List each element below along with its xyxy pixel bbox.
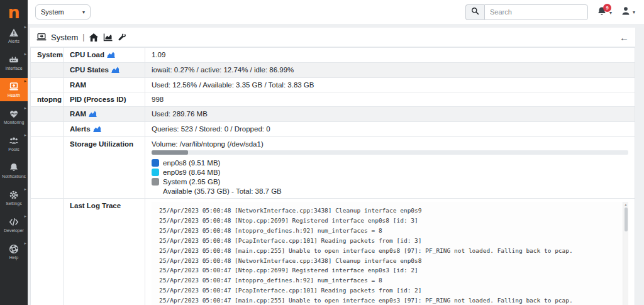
sidebar-item-label: Pools: [8, 147, 19, 152]
row-label-text: Last Log Trace: [70, 202, 121, 209]
table-row: Last Log Trace 25/Apr/2023 05:00:48 [Net…: [31, 199, 635, 305]
search-input[interactable]: [484, 4, 588, 20]
legend-label: enp0s9 (8.64 MB): [163, 169, 220, 176]
system-view-icon: [36, 33, 47, 42]
row-label: PID (Process ID): [64, 92, 145, 107]
health-table-body: SystemCPU Load1.09CPU Statesiowait: 0.27…: [31, 48, 635, 305]
home-icon[interactable]: [89, 33, 99, 42]
storage-legend-item: System (2.95 GB): [152, 178, 628, 186]
main-content: System | ← SystemCPU Load1.09CPU Statesi…: [30, 28, 635, 305]
chevron-right-icon: ▸: [24, 25, 26, 29]
sidebar-item-pools[interactable]: Pools▸: [0, 132, 28, 155]
chart-area-link-icon[interactable]: [107, 51, 115, 59]
search-button[interactable]: [465, 4, 484, 20]
chevron-right-icon: ▸: [24, 214, 26, 218]
row-label: Last Log Trace: [64, 199, 145, 305]
row-value: Volume: /var/lib/ntopng (/dev/sda1) enp0…: [145, 137, 635, 199]
table-row: ntopngPID (Process ID)998: [31, 92, 635, 107]
log-line: 25/Apr/2023 05:00:47 [Ntop.cpp:2699] Reg…: [159, 265, 619, 275]
chart-area-icon[interactable]: [103, 33, 113, 42]
log-line: 25/Apr/2023 05:00:47 [PcapInterface.cpp:…: [159, 286, 619, 296]
row-value: Used: 289.76 MB: [145, 107, 635, 122]
section-header: System: [31, 48, 64, 63]
storage-utilization: Volume: /var/lib/ntopng (/dev/sda1) enp0…: [152, 140, 628, 195]
page-title: System: [51, 33, 78, 42]
table-row: Storage Utilization Volume: /var/lib/nto…: [31, 137, 635, 199]
sidebar-item-label: Notifications: [2, 174, 26, 179]
row-label: CPU Load: [64, 48, 145, 63]
section-header: [31, 122, 64, 137]
chevron-right-icon: ▸: [24, 79, 26, 83]
ntopng-logo[interactable]: n: [0, 0, 28, 24]
heart-icon: [9, 109, 19, 119]
storage-progress-bar: [152, 150, 628, 155]
sidebar-item-label: Monitoring: [4, 120, 25, 125]
sidebar-nav: Alerts▸Interface▸Health▸Monitoring▸Pools…: [0, 24, 28, 267]
breadcrumb: System | ←: [30, 28, 635, 47]
row-label: CPU States: [64, 63, 145, 78]
log-line: 25/Apr/2023 05:00:47 [ntoppro_defines.h:…: [159, 275, 619, 286]
sidebar-item-developer[interactable]: Developer▸: [0, 213, 28, 236]
storage-progress-fill: [152, 150, 188, 155]
search-group: [465, 4, 588, 20]
sidebar-item-interface[interactable]: Interface▸: [0, 51, 28, 74]
chevron-right-icon: ▸: [24, 241, 26, 245]
sidebar-item-label: Developer: [4, 228, 24, 233]
row-label: Storage Utilization: [64, 137, 145, 199]
log-line: 25/Apr/2023 05:00:48 [PcapInterface.cpp:…: [159, 236, 619, 246]
sidebar-item-label: Alerts: [8, 39, 19, 43]
chart-area-link-icon[interactable]: [93, 125, 101, 133]
chevron-down-icon: ▾: [82, 9, 85, 15]
sidebar-item-monitoring[interactable]: Monitoring▸: [0, 105, 28, 128]
section-header: [31, 199, 64, 305]
chart-area-link-icon[interactable]: [111, 66, 119, 74]
interface-selector[interactable]: System ▾: [35, 4, 91, 19]
row-value: 1.09: [145, 48, 635, 63]
section-header: [31, 63, 64, 78]
log-scrollbar[interactable]: ▲ ▼: [623, 202, 628, 305]
section-header: [31, 78, 64, 92]
breadcrumb-separator: |: [82, 33, 84, 42]
scrollbar-thumb[interactable]: [625, 208, 628, 231]
log-line: 25/Apr/2023 05:00:48 [main.cpp:255] Unab…: [159, 246, 619, 256]
table-row: AlertsQueries: 523 / Stored: 0 / Dropped…: [31, 122, 635, 137]
row-label-text: PID (Process ID): [70, 96, 126, 103]
chevron-right-icon: ▸: [24, 106, 26, 110]
code-icon: [9, 217, 19, 227]
chevron-right-icon: ▸: [24, 133, 26, 137]
log-line: 25/Apr/2023 05:00:48 [NetworkInterface.c…: [159, 256, 619, 266]
sidebar-item-label: Interface: [5, 66, 22, 70]
user-icon: [621, 6, 631, 19]
sidebar-item-label: Help: [9, 255, 18, 260]
row-label: Alerts: [64, 122, 145, 137]
row-value: 25/Apr/2023 05:00:48 [NetworkInterface.c…: [145, 199, 635, 305]
back-arrow[interactable]: ←: [619, 32, 629, 43]
warning-triangle-icon: [9, 28, 19, 38]
notification-badge: 9: [603, 4, 611, 12]
bell-icon: [9, 163, 19, 173]
row-label-text: CPU States: [70, 66, 109, 74]
log-line: 25/Apr/2023 05:00:48 [ntoppro_defines.h:…: [159, 226, 619, 236]
gear-icon: [9, 190, 19, 200]
chart-area-link-icon[interactable]: [89, 110, 97, 118]
sidebar-item-help[interactable]: Help▸: [0, 240, 28, 263]
notifications-menu[interactable]: 9 ▾: [597, 6, 612, 18]
section-header: ntopng: [31, 92, 64, 107]
wrench-icon[interactable]: [118, 33, 126, 42]
row-label-text: Alerts: [70, 125, 91, 133]
sidebar-item-label: Settings: [6, 201, 21, 206]
sidebar-item-notifications[interactable]: Notifications: [0, 159, 28, 182]
user-menu[interactable]: ▾: [621, 6, 635, 19]
sidebar-item-alerts[interactable]: Alerts▸: [0, 24, 28, 47]
chevron-down-icon: ▾: [633, 9, 635, 15]
life-ring-icon: [9, 244, 19, 254]
legend-label: System (2.95 GB): [163, 178, 220, 186]
legend-swatch: [152, 178, 159, 186]
row-value: 998: [145, 92, 635, 107]
sidebar-item-label: Health: [8, 93, 20, 97]
row-value: Used: 12.56% / Available: 3.35 GB / Tota…: [145, 78, 635, 92]
sidebar-item-health[interactable]: Health▸: [0, 78, 28, 101]
scroll-up-icon[interactable]: ▲: [625, 202, 628, 207]
search-icon: [471, 6, 479, 18]
sidebar-item-settings[interactable]: Settings▸: [0, 186, 28, 209]
